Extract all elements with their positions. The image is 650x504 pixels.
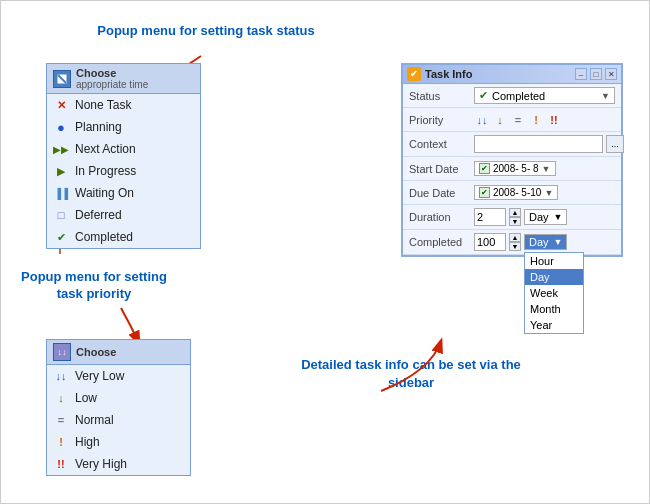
- context-value: ...: [474, 135, 624, 153]
- status-item-deferred[interactable]: □ Deferred: [47, 204, 200, 226]
- context-browse-button[interactable]: ...: [606, 135, 624, 153]
- unit-option-year[interactable]: Year: [525, 317, 583, 333]
- completed-status-icon: ✔: [53, 229, 69, 245]
- deferred-label: Deferred: [75, 208, 122, 222]
- status-dropdown[interactable]: ✔ Completed ▼: [474, 87, 615, 104]
- due-date-row: Due Date ✔ 2008- 5-10 ▼: [403, 181, 621, 205]
- start-date-checkbox[interactable]: ✔: [479, 163, 490, 174]
- panel-title-left: ✔ Task Info: [407, 67, 472, 81]
- status-item-inprogress[interactable]: ▶ In Progress: [47, 160, 200, 182]
- planning-icon: ●: [53, 119, 69, 135]
- next-action-icon: ▶▶: [53, 141, 69, 157]
- low-icon: ↓: [53, 390, 69, 406]
- prio-lowest-btn[interactable]: ↓↓: [474, 112, 490, 128]
- prio-low-btn[interactable]: ↓: [492, 112, 508, 128]
- in-progress-icon: ▶: [53, 163, 69, 179]
- priority-icons-group: ↓↓ ↓ = ! !!: [474, 112, 562, 128]
- panel-titlebar: ✔ Task Info – □ ✕: [403, 65, 621, 84]
- unit-dropdown-arrow: ▼: [554, 237, 563, 247]
- completed-spinner: ▲ ▼: [509, 233, 521, 251]
- duration-unit-arrow: ▼: [554, 212, 563, 222]
- status-popup-title: Choose appropriate time: [76, 67, 148, 90]
- completed-input[interactable]: 100: [474, 233, 506, 251]
- panel-title-icon: ✔: [407, 67, 421, 81]
- minimize-button[interactable]: –: [575, 68, 587, 80]
- completed-down-button[interactable]: ▼: [509, 242, 521, 251]
- duration-number: 2: [477, 211, 483, 223]
- normal-label: Normal: [75, 413, 114, 427]
- unit-option-week[interactable]: Week: [525, 285, 583, 301]
- priority-item-veryhigh[interactable]: !! Very High: [47, 453, 190, 475]
- unit-option-day[interactable]: Day: [525, 269, 583, 285]
- priority-item-high[interactable]: ! High: [47, 431, 190, 453]
- planning-label: Planning: [75, 120, 122, 134]
- due-date-field[interactable]: ✔ 2008- 5-10 ▼: [474, 185, 558, 200]
- context-row: Context ...: [403, 132, 621, 157]
- duration-row: Duration 2 ▲ ▼ Day ▼: [403, 205, 621, 230]
- completed-up-button[interactable]: ▲: [509, 233, 521, 242]
- priority-popup-header: ↓↓ Choose: [47, 340, 190, 365]
- context-label: Context: [409, 138, 474, 150]
- next-action-label: Next Action: [75, 142, 136, 156]
- unit-dropdown-container: Day ▼ Hour Day Week Month Year: [524, 234, 567, 250]
- panel-controls: – □ ✕: [575, 68, 617, 80]
- duration-input[interactable]: 2: [474, 208, 506, 226]
- status-item-planning[interactable]: ● Planning: [47, 116, 200, 138]
- start-date-field[interactable]: ✔ 2008- 5- 8 ▼: [474, 161, 556, 176]
- due-date-label: Due Date: [409, 187, 474, 199]
- priority-item-normal[interactable]: = Normal: [47, 409, 190, 431]
- status-item-none[interactable]: ✕ None Task: [47, 94, 200, 116]
- status-popup: Choose appropriate time ✕ None Task ● Pl…: [46, 63, 201, 249]
- waiting-on-label: Waiting On: [75, 186, 134, 200]
- status-dropdown-arrow: ▼: [601, 91, 610, 101]
- status-popup-header: Choose appropriate time: [47, 64, 200, 94]
- low-label: Low: [75, 391, 97, 405]
- prio-high-btn[interactable]: !: [528, 112, 544, 128]
- completed-number: 100: [477, 236, 495, 248]
- due-date-checkbox[interactable]: ✔: [479, 187, 490, 198]
- status-header-icon: [53, 70, 71, 88]
- unit-option-month[interactable]: Month: [525, 301, 583, 317]
- prio-normal-btn[interactable]: =: [510, 112, 526, 128]
- priority-value: ↓↓ ↓ = ! !!: [474, 112, 615, 128]
- completed-label: Completed: [409, 236, 474, 248]
- annotation-top: Popup menu for setting task status: [66, 23, 346, 38]
- waiting-on-icon: ▐▐: [53, 185, 69, 201]
- status-item-completed[interactable]: ✔ Completed: [47, 226, 200, 248]
- start-date-value: ✔ 2008- 5- 8 ▼: [474, 161, 615, 176]
- priority-popup-title: Choose: [76, 346, 116, 358]
- completed-value: 100 ▲ ▼ Day ▼ Hour Day Week Month Year: [474, 233, 615, 251]
- duration-spinner: ▲ ▼: [509, 208, 521, 226]
- unit-dropdown[interactable]: Day ▼: [524, 234, 567, 250]
- unit-selected-text: Day: [529, 236, 549, 248]
- close-button[interactable]: ✕: [605, 68, 617, 80]
- start-date-label: Start Date: [409, 163, 474, 175]
- context-input[interactable]: [474, 135, 603, 153]
- priority-popup: ↓↓ Choose ↓↓ Very Low ↓ Low = Normal ! H…: [46, 339, 191, 476]
- priority-header-icon: ↓↓: [53, 343, 71, 361]
- prio-highest-btn[interactable]: !!: [546, 112, 562, 128]
- start-date-row: Start Date ✔ 2008- 5- 8 ▼: [403, 157, 621, 181]
- duration-value: 2 ▲ ▼ Day ▼: [474, 208, 615, 226]
- none-task-label: None Task: [75, 98, 131, 112]
- status-item-waiting[interactable]: ▐▐ Waiting On: [47, 182, 200, 204]
- duration-down-button[interactable]: ▼: [509, 217, 521, 226]
- duration-up-button[interactable]: ▲: [509, 208, 521, 217]
- restore-button[interactable]: □: [590, 68, 602, 80]
- completed-row: Completed 100 ▲ ▼ Day ▼ Hour Day Week: [403, 230, 621, 255]
- status-item-next[interactable]: ▶▶ Next Action: [47, 138, 200, 160]
- unit-option-hour[interactable]: Hour: [525, 253, 583, 269]
- in-progress-label: In Progress: [75, 164, 136, 178]
- duration-unit-text: Day: [529, 211, 549, 223]
- completed-status-label: Completed: [75, 230, 133, 244]
- priority-item-low[interactable]: ↓ Low: [47, 387, 190, 409]
- priority-row: Priority ↓↓ ↓ = ! !!: [403, 108, 621, 132]
- status-value: ✔ Completed ▼: [474, 87, 615, 104]
- annotation-bottom-right: Detailed task info can be set via the si…: [291, 356, 531, 392]
- very-low-icon: ↓↓: [53, 368, 69, 384]
- status-value-text: Completed: [492, 90, 545, 102]
- status-row: Status ✔ Completed ▼: [403, 84, 621, 108]
- unit-options-list: Hour Day Week Month Year: [524, 252, 584, 334]
- duration-unit-dropdown[interactable]: Day ▼: [524, 209, 567, 225]
- priority-item-verylow[interactable]: ↓↓ Very Low: [47, 365, 190, 387]
